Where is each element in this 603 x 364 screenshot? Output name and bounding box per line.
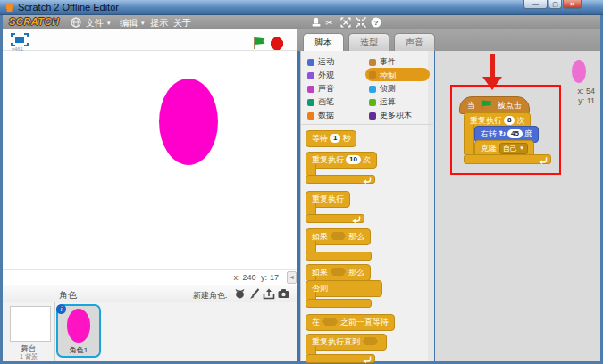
sprite-name: 角色1 xyxy=(58,345,99,355)
tab-costumes[interactable]: 造型 xyxy=(348,33,389,51)
category-looks[interactable]: 外观 xyxy=(318,70,334,81)
boolean-slot[interactable] xyxy=(331,232,346,240)
window-title: Scratch 2 Offline Editor xyxy=(18,2,119,12)
paint-new-sprite-icon[interactable] xyxy=(249,288,260,300)
sprites-title: 角色 xyxy=(59,289,77,302)
stop-button[interactable] xyxy=(271,37,283,50)
sprite-list-item[interactable]: i 角色1 xyxy=(56,304,101,358)
chevron-down-icon: ▼ xyxy=(519,145,524,151)
category-data[interactable]: 数据 xyxy=(318,110,334,121)
category-swatch-motion xyxy=(307,59,314,66)
mouse-position: x:240 y:17 xyxy=(197,273,279,282)
block-if-else-arm2 xyxy=(306,292,316,299)
sprite-thumbnail xyxy=(67,309,90,343)
loop-arrow-icon xyxy=(538,157,548,164)
svg-text:?: ? xyxy=(374,19,379,27)
palette-separator xyxy=(301,124,433,125)
scratch-logo[interactable]: SCRATCH xyxy=(9,16,59,27)
category-swatch-operators xyxy=(369,99,376,106)
category-motion[interactable]: 运动 xyxy=(318,56,334,68)
block-help-icon[interactable]: ? xyxy=(371,17,381,28)
mouse-x-label: x: xyxy=(233,273,239,282)
category-more-blocks[interactable]: 更多积木 xyxy=(380,110,412,121)
delete-scissors-icon[interactable]: ✂ xyxy=(325,18,332,28)
category-swatch-sound xyxy=(307,86,314,93)
number-input[interactable]: 1 xyxy=(330,134,340,143)
block-forever-foot xyxy=(306,214,364,223)
turn-clockwise-icon: ↻ xyxy=(499,129,507,138)
shrink-sprite-icon[interactable] xyxy=(356,17,366,28)
script-when-flag-clicked[interactable]: 当 被点击 xyxy=(459,96,530,114)
category-operators[interactable]: 运算 xyxy=(380,96,396,108)
chevron-down-icon: ▼ xyxy=(106,21,112,26)
clone-target-dropdown[interactable]: 自己▼ xyxy=(499,143,528,154)
palette-scrollbar[interactable] xyxy=(428,51,434,361)
number-input[interactable]: 10 xyxy=(346,155,361,164)
menu-file[interactable]: 文件 ▼ xyxy=(86,17,112,29)
category-control[interactable]: 控制 xyxy=(380,70,396,82)
script-repeat-arm xyxy=(464,125,474,154)
block-if-arm xyxy=(306,241,316,252)
mouse-y-label: y: xyxy=(261,273,267,282)
close-button[interactable]: ✕ xyxy=(563,0,582,9)
block-repeat-until[interactable]: 重复执行直到 xyxy=(306,334,387,351)
sprite-info-icon[interactable]: i xyxy=(56,304,66,314)
menu-tips[interactable]: 提示 xyxy=(150,17,168,29)
block-forever-arm xyxy=(306,203,316,214)
annotation-arrow xyxy=(490,54,495,78)
chevron-down-icon: ▼ xyxy=(140,21,146,26)
block-wait-until[interactable]: 在之前一直等待 xyxy=(306,314,395,331)
loop-arrow-icon xyxy=(351,216,361,223)
green-flag-button[interactable] xyxy=(253,37,267,50)
maximize-button[interactable]: ▢ xyxy=(549,0,562,9)
boolean-slot[interactable] xyxy=(331,268,346,276)
category-swatch-control xyxy=(369,71,376,79)
sprite-x-value: 54 xyxy=(586,87,595,95)
fullscreen-icon[interactable] xyxy=(11,33,29,46)
stage-backdrop-count: 1 背景 xyxy=(4,352,54,361)
category-swatch-pen xyxy=(307,99,314,106)
stage-thumbnail[interactable] xyxy=(10,306,51,342)
block-else-bar: 否则 xyxy=(306,280,382,297)
number-input[interactable]: 45 xyxy=(507,129,523,138)
camera-sprite-icon[interactable] xyxy=(278,288,289,299)
category-events[interactable]: 事件 xyxy=(380,56,396,68)
duplicate-stamp-icon[interactable] xyxy=(311,17,322,28)
sprite-info-thumbnail xyxy=(572,60,586,83)
category-swatch-sensing xyxy=(369,86,376,93)
menu-edit[interactable]: 编辑 ▼ xyxy=(120,17,146,29)
mouse-x-value: 240 xyxy=(242,273,255,282)
boolean-slot[interactable] xyxy=(363,337,378,345)
category-swatch-events xyxy=(369,59,376,66)
script-repeat-foot xyxy=(464,154,551,164)
block-wait[interactable]: 等待1秒 xyxy=(306,130,356,147)
category-pen[interactable]: 画笔 xyxy=(318,96,334,108)
menu-about[interactable]: 关于 xyxy=(173,17,191,29)
category-swatch-looks xyxy=(307,72,314,79)
panel-collapse-arrow[interactable]: ◄ xyxy=(287,271,297,284)
green-flag-icon xyxy=(481,100,493,110)
block-repeat-until-arm xyxy=(306,346,316,354)
boolean-slot[interactable] xyxy=(322,318,338,326)
new-sprite-library-icon[interactable] xyxy=(234,288,246,300)
block-repeat-foot xyxy=(306,175,375,184)
grow-sprite-icon[interactable] xyxy=(340,17,351,28)
minimize-button[interactable]: — xyxy=(523,0,548,9)
tab-sounds[interactable]: 声音 xyxy=(394,33,435,51)
scratch-editor-window: Scratch 2 Offline Editor — ▢ ✕ SCRATCH 文… xyxy=(0,0,603,364)
upload-sprite-icon[interactable] xyxy=(263,288,275,300)
sprite-y-label: y: xyxy=(578,96,584,105)
category-sound[interactable]: 声音 xyxy=(318,83,334,95)
mouse-y-value: 17 xyxy=(270,273,279,282)
title-bar[interactable]: Scratch 2 Offline Editor — ▢ ✕ xyxy=(0,0,603,15)
category-sensing[interactable]: 侦测 xyxy=(380,83,396,95)
sprite-y-value: 11 xyxy=(587,96,595,105)
stage-sprite-ellipse[interactable] xyxy=(159,79,218,165)
sprite-x-label: x: xyxy=(577,87,583,95)
divider xyxy=(54,302,55,361)
number-input[interactable]: 8 xyxy=(504,116,515,125)
tab-scripts[interactable]: 脚本 xyxy=(303,33,344,51)
block-if-foot xyxy=(306,252,372,261)
app-cat-icon xyxy=(4,3,14,12)
language-globe-icon[interactable] xyxy=(71,17,81,28)
